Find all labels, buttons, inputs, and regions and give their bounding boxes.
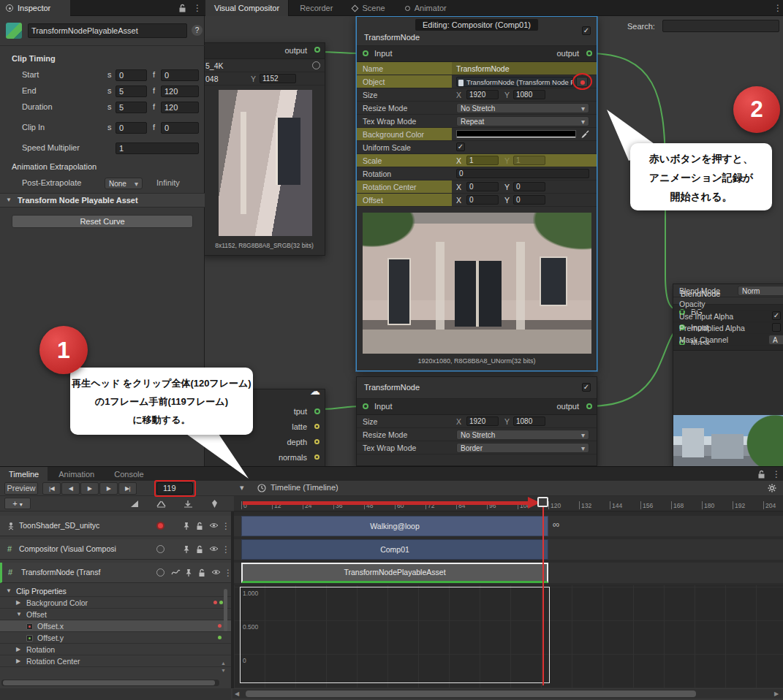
color-swatch[interactable] (456, 130, 576, 138)
property-row-offset-y[interactable]: Offset.y (0, 632, 231, 644)
property-row-offset-x[interactable]: Offset.x (0, 620, 231, 632)
track-menu-icon[interactable]: ⋮ (222, 522, 230, 530)
size-y-field[interactable]: 1080 (513, 90, 545, 99)
blend-node[interactable]: BlendNode BG Input Mask Blend Mode Norm … (673, 284, 783, 466)
bottom-scrollbar[interactable]: ◀ ▶ (232, 689, 783, 699)
use-input-alpha-checkbox[interactable]: ✓ (772, 311, 781, 320)
start-seconds-field[interactable]: 0 (116, 69, 147, 81)
tex-wrap-dropdown[interactable]: Repeat ▾ (456, 116, 589, 126)
offset-x-field[interactable]: 0 (466, 195, 499, 205)
eye-icon[interactable] (209, 522, 219, 529)
uniform-scale-checkbox[interactable]: ✓ (456, 142, 465, 151)
duration-seconds-field[interactable]: 5 (116, 102, 147, 113)
matte-port[interactable] (314, 424, 319, 429)
next-frame-button[interactable]: ▶ (99, 482, 118, 495)
start-frames-field[interactable]: 0 (161, 69, 199, 81)
output-port[interactable] (586, 50, 592, 56)
scroll-up-icon[interactable]: ▲ (221, 661, 226, 666)
header-horizontal-scrollbar[interactable] (1, 680, 219, 686)
scale-x-field[interactable]: 1 (466, 156, 499, 165)
tab-recorder[interactable]: Recorder (291, 0, 341, 16)
tex-wrap-dropdown[interactable]: Border ▾ (456, 443, 589, 453)
clip-walking-loop[interactable]: Walking@loop (241, 516, 548, 536)
curve-editor-area[interactable]: 1.000 0.500 0 (234, 585, 783, 688)
track-menu-icon[interactable]: ⋮ (224, 568, 232, 577)
premultiplied-alpha-checkbox[interactable] (772, 323, 781, 332)
normals-port[interactable] (314, 454, 319, 460)
source-node-partial[interactable]: output 5_4K 048 Y 1152 8x1152, R8G8B8A8_… (205, 42, 325, 256)
tab-visual-compositor[interactable]: Visual Compositor (205, 0, 289, 16)
goto-end-button[interactable]: ▶| (118, 482, 137, 495)
record-button[interactable] (312, 61, 320, 69)
eyedropper-icon[interactable] (580, 129, 589, 139)
pin-icon[interactable] (183, 545, 190, 554)
track-header-compositor[interactable]: # Compositor (Visual Composi ⋮ (0, 539, 231, 560)
offset-y-field[interactable]: 0 (513, 195, 545, 205)
clip-properties-header[interactable]: ▼ Clip Properties (0, 585, 231, 597)
timeline-menu-icon[interactable]: ⋮ (772, 470, 781, 479)
tab-animation[interactable]: Animation (50, 467, 103, 482)
clip-transformnode-playable-asset[interactable]: TransformNodePlayableAsset (241, 563, 548, 583)
input-port[interactable] (363, 403, 368, 409)
end-frames-field[interactable]: 120 (161, 85, 199, 97)
scroll-left-icon[interactable]: ◀ (235, 691, 239, 697)
output-port[interactable] (586, 403, 592, 409)
property-row-rotation-center[interactable]: ▶ Rotation Center (0, 655, 231, 667)
property-row-offset[interactable]: ▼ Offset (0, 609, 231, 620)
add-track-button[interactable]: + ▾ (4, 498, 31, 509)
resize-mode-dropdown[interactable]: No Stretch ▾ (456, 103, 589, 113)
clipin-frames-field[interactable]: 0 (161, 122, 199, 134)
clip-comp01[interactable]: Comp01 (241, 539, 548, 560)
asset-name-field[interactable]: TransformNodePlayableAsset (28, 23, 187, 38)
property-row-background-color[interactable]: ▶ Background Color (0, 597, 231, 609)
lock-icon[interactable] (196, 522, 203, 530)
mask-channel-dropdown[interactable]: A (768, 335, 783, 345)
compositor-canvas[interactable]: Search: output 5_4K 048 Y 1152 8x1152, R… (205, 16, 783, 466)
lock-icon[interactable] (196, 545, 203, 554)
rotation-center-x-field[interactable]: 0 (466, 182, 499, 191)
rotation-field[interactable]: 0 (456, 169, 589, 178)
name-value[interactable]: TransformNode (456, 64, 510, 73)
track-menu-icon[interactable]: ⋮ (222, 545, 230, 554)
rotation-center-y-field[interactable]: 0 (513, 182, 545, 191)
resize-mode-dropdown[interactable]: No Stretch ▾ (456, 430, 589, 440)
transform-node-main[interactable]: TransformNode Editing: Compositor (Comp0… (356, 16, 597, 371)
help-icon[interactable]: ? (192, 25, 203, 36)
eye-icon[interactable] (211, 568, 221, 576)
reset-curve-button[interactable]: Reset Curve (12, 215, 193, 228)
size-y-field[interactable]: 1152 (260, 74, 296, 83)
track-header-animation[interactable]: ToonShader_SD_unityc ⋮ (0, 516, 231, 536)
scrollbar-thumb[interactable] (3, 680, 215, 685)
pin-icon[interactable] (183, 522, 190, 530)
tab-timeline[interactable]: Timeline (0, 467, 48, 482)
property-row-rotation[interactable]: ▶ Rotation (0, 644, 231, 655)
frame-options-caret-icon[interactable]: ▾ (240, 483, 244, 492)
transform-node-secondary[interactable]: TransformNode ✓ Input output Size X 1920… (356, 376, 597, 466)
playhead-handle[interactable] (537, 497, 548, 507)
window-menu-icon[interactable]: ⋮ (773, 4, 782, 12)
marker-toggle-icon[interactable] (211, 499, 218, 509)
prev-frame-button[interactable]: ◀ (61, 482, 80, 495)
output-port[interactable] (314, 47, 320, 53)
track-record-button[interactable] (156, 522, 164, 530)
clipin-seconds-field[interactable]: 0 (116, 122, 147, 134)
input-port[interactable] (363, 50, 368, 56)
playhead-line[interactable] (542, 507, 544, 685)
property-vertical-scrollbar[interactable] (224, 589, 227, 631)
edit-mode-mix-icon[interactable] (156, 500, 166, 508)
inspector-menu-icon[interactable]: ⋮ (193, 4, 202, 12)
curves-view-icon[interactable] (130, 500, 139, 508)
pin-icon[interactable] (185, 568, 192, 577)
node-enabled-checkbox[interactable]: ✓ (582, 383, 591, 392)
lock-icon[interactable] (198, 568, 205, 577)
node-header[interactable]: TransformNode Editing: Compositor (Comp0… (357, 17, 597, 46)
timeline-breadcrumb[interactable]: Timeline (Timeline) (271, 483, 338, 492)
size-x-field[interactable]: 1920 (466, 90, 499, 99)
search-input[interactable] (662, 20, 779, 32)
goto-start-button[interactable]: |◀ (42, 482, 61, 495)
tab-animator[interactable]: Animator (396, 0, 455, 16)
scroll-right-icon[interactable]: ▶ (774, 691, 779, 697)
track-record-button[interactable] (156, 545, 164, 553)
blend-mode-dropdown[interactable]: Norm (738, 286, 783, 296)
play-button[interactable]: ▶ (80, 482, 99, 495)
